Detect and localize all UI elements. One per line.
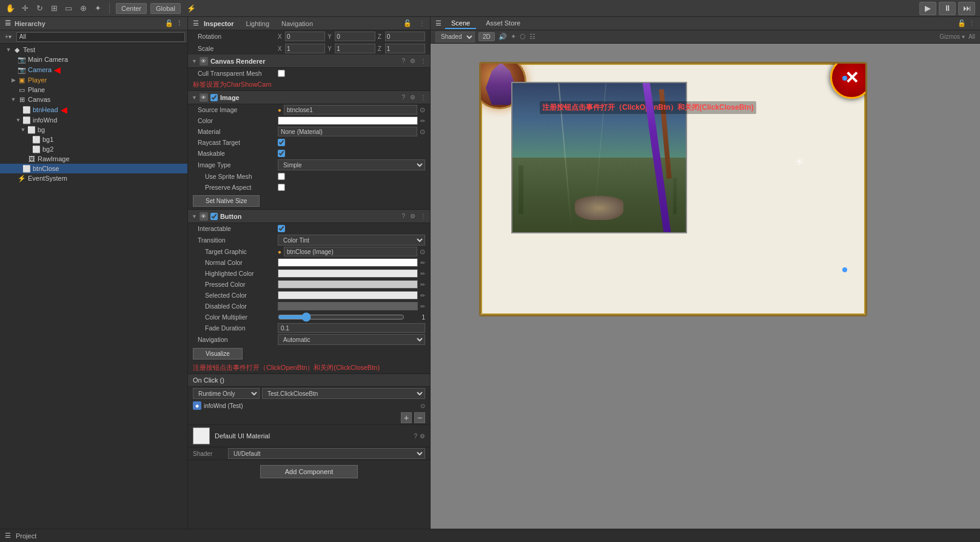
pressed-color-swatch[interactable] <box>278 280 418 289</box>
canvas-renderer-settings-icon[interactable]: ⚙ <box>410 58 415 64</box>
material-picker-icon[interactable]: ⊙ <box>420 128 425 136</box>
color-multiplier-slider[interactable] <box>278 313 404 321</box>
visualize-button[interactable]: Visualize <box>193 348 243 360</box>
hierarchy-add-btn[interactable]: +▾ <box>2 33 14 41</box>
tree-item-bg[interactable]: ▼ ⬜ bg <box>0 125 187 135</box>
move-icon[interactable]: ✛ <box>19 3 30 14</box>
preserve-aspect-checkbox[interactable] <box>278 184 285 191</box>
add-component-button[interactable]: Add Component <box>260 465 358 478</box>
button-eye[interactable]: 👁 <box>200 212 208 221</box>
shaded-dropdown[interactable]: Shaded <box>435 32 475 42</box>
source-image-input[interactable] <box>284 105 417 115</box>
button-header[interactable]: ▼ 👁 Button ? ⚙ ⋮ <box>188 210 430 223</box>
shader-dropdown[interactable]: UI/Default <box>228 448 425 459</box>
scene-tab[interactable]: Scene <box>445 18 476 29</box>
button-help-icon[interactable]: ? <box>401 213 405 219</box>
canvas-renderer-help-icon[interactable]: ? <box>401 58 405 64</box>
source-image-picker-icon[interactable]: ⊙ <box>420 106 425 114</box>
play-button[interactable]: ▶ <box>919 2 936 15</box>
game-close-button[interactable]: ✕ <box>830 62 867 99</box>
scale-z-input[interactable] <box>385 44 425 53</box>
color-swatch[interactable] <box>278 116 418 125</box>
inspector-more-icon[interactable]: ⋮ <box>419 20 425 27</box>
normal-color-picker[interactable]: ✏ <box>420 259 425 266</box>
pause-button[interactable]: ⏸ <box>939 2 956 15</box>
hierarchy-menu-icon[interactable]: ☰ <box>5 19 11 27</box>
scene-effects-icon[interactable]: ✦ <box>511 33 516 41</box>
material-help-icon[interactable]: ? <box>414 433 417 440</box>
tree-item-plane[interactable]: ▭ Plane <box>0 85 187 95</box>
highlighted-color-picker[interactable]: ✏ <box>420 270 425 277</box>
scene-menu-icon[interactable]: ☰ <box>435 19 441 27</box>
image-settings-icon[interactable]: ⚙ <box>410 94 415 101</box>
hierarchy-search[interactable] <box>16 32 185 42</box>
tree-item-camera[interactable]: 📷 Camera ◀ <box>0 64 187 75</box>
image-enable-check[interactable] <box>210 94 218 101</box>
rotation-z-input[interactable] <box>385 32 425 41</box>
normal-color-swatch[interactable] <box>278 258 418 267</box>
set-native-size-button[interactable]: Set Native Size <box>193 195 260 207</box>
navigation-dropdown[interactable]: Automatic <box>278 334 425 345</box>
navigation-tab[interactable]: Navigation <box>281 20 313 27</box>
global-button[interactable]: Global <box>150 3 181 14</box>
hierarchy-more-icon[interactable]: ⋮ <box>176 19 183 27</box>
image-type-dropdown[interactable]: Simple <box>278 159 425 170</box>
target-graphic-input[interactable] <box>284 247 417 256</box>
tree-item-btnclose[interactable]: ⬜ btnClose <box>0 164 187 173</box>
disabled-color-swatch[interactable] <box>278 302 418 310</box>
rotation-x-input[interactable] <box>285 32 325 41</box>
interactable-checkbox[interactable] <box>278 225 285 232</box>
image-header[interactable]: ▼ 👁 Image ? ⚙ ⋮ <box>188 91 430 104</box>
material-input[interactable] <box>278 127 417 136</box>
runtime-only-dropdown[interactable]: Runtime Only <box>193 388 260 399</box>
selected-color-swatch[interactable] <box>278 291 418 299</box>
selected-color-picker[interactable]: ✏ <box>420 292 425 299</box>
raycast-checkbox[interactable] <box>278 139 285 146</box>
tree-item-rawimage[interactable]: 🖼 RawImage <box>0 154 187 164</box>
button-more-icon[interactable]: ⋮ <box>420 213 426 219</box>
button-settings-icon[interactable]: ⚙ <box>410 213 415 219</box>
color-picker-icon[interactable]: ✏ <box>420 118 425 124</box>
scale-icon[interactable]: ⊞ <box>49 3 59 14</box>
image-help-icon[interactable]: ? <box>401 94 405 101</box>
tree-item-canvas[interactable]: ▼ ⊞ Canvas <box>0 95 187 104</box>
canvas-renderer-eye[interactable]: 👁 <box>200 57 208 65</box>
tree-item-eventsystem[interactable]: ⚡ EventSystem <box>0 173 187 183</box>
scene-overlay-icon[interactable]: ☷ <box>529 33 535 41</box>
onclick-remove-btn[interactable]: − <box>414 412 425 423</box>
hierarchy-lock-icon[interactable]: 🔓 <box>165 19 173 27</box>
custom-icon[interactable]: ✦ <box>92 3 103 14</box>
scene-view[interactable]: ✕ ✳ 注册按钮点击事件打开（ClickOpenBtn）和关 <box>431 44 980 529</box>
inspector-lock-icon[interactable]: 🔓 <box>403 19 412 27</box>
inspector-menu-icon[interactable]: ☰ <box>193 19 199 27</box>
disabled-color-picker[interactable]: ✏ <box>420 303 425 310</box>
transform-icon[interactable]: ⊕ <box>78 3 89 14</box>
hand-icon[interactable]: ✋ <box>5 3 16 14</box>
onclick-add-btn[interactable]: + <box>401 412 412 423</box>
tree-item-test[interactable]: ▼ ◆ Test <box>0 45 187 55</box>
pressed-color-picker[interactable]: ✏ <box>420 281 425 288</box>
rotate-icon[interactable]: ↻ <box>34 3 45 14</box>
center-button[interactable]: Center <box>116 3 147 14</box>
scene-lock-icon[interactable]: 🔓 <box>958 19 966 27</box>
tree-item-bg1[interactable]: ⬜ bg1 <box>0 135 187 144</box>
onclick-obj-gear-icon[interactable]: ⊙ <box>420 403 425 409</box>
lighting-tab[interactable]: Lighting <box>246 20 270 27</box>
transition-dropdown[interactable]: Color Tint <box>278 235 425 246</box>
target-graphic-picker-icon[interactable]: ⊙ <box>420 248 425 256</box>
project-menu-icon[interactable]: ☰ <box>5 532 11 540</box>
scale-x-input[interactable] <box>285 44 325 53</box>
tree-item-bg2[interactable]: ⬜ bg2 <box>0 144 187 154</box>
material-settings-icon[interactable]: ⚙ <box>420 433 425 440</box>
scene-audio-icon[interactable]: 🔊 <box>498 33 507 41</box>
image-more-icon[interactable]: ⋮ <box>420 94 426 101</box>
scale-y-input[interactable] <box>335 44 375 53</box>
cull-transparent-checkbox[interactable] <box>278 70 285 77</box>
2d-button[interactable]: 2D <box>478 32 495 41</box>
tree-item-main-camera[interactable]: 📷 Main Camera <box>0 55 187 64</box>
project-label[interactable]: Project <box>16 532 36 540</box>
tree-item-btnhead[interactable]: ⬜ btnHead ◀ <box>0 104 187 115</box>
rotation-y-input[interactable] <box>335 32 375 41</box>
step-button[interactable]: ⏭ <box>958 2 975 15</box>
highlighted-color-swatch[interactable] <box>278 269 418 278</box>
